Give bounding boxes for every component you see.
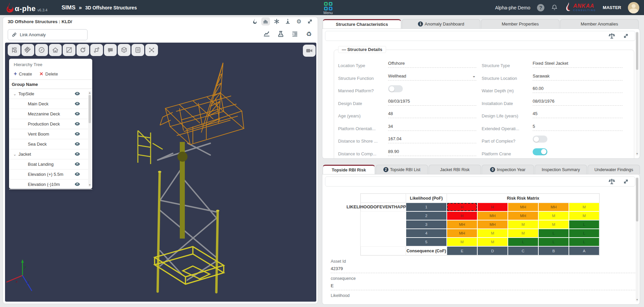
risk-cell-4-A[interactable]: L xyxy=(569,229,599,238)
risk-cell-4-E[interactable]: MH xyxy=(447,229,477,238)
eye-icon[interactable] xyxy=(74,172,80,176)
eye-icon[interactable] xyxy=(74,132,80,136)
eye-icon[interactable] xyxy=(74,152,80,156)
eye-icon[interactable] xyxy=(74,112,80,116)
part-of-complex-toggle[interactable] xyxy=(533,136,547,143)
tree-item-topside[interactable]: ⌄TopSide xyxy=(9,89,92,99)
tree-item-main-deck[interactable]: Main Deck xyxy=(9,99,92,109)
scroll-down-icon[interactable]: ▼ xyxy=(636,298,639,301)
chevron-down-icon[interactable]: ⌄ xyxy=(472,73,476,78)
breadcrumb-app[interactable]: SIMS xyxy=(61,4,75,11)
risk-cell-2-C[interactable]: MH xyxy=(508,211,538,220)
tree-item-vent-boom[interactable]: Vent Boom xyxy=(9,129,92,139)
members-button[interactable] xyxy=(21,44,34,56)
create-button[interactable]: + Create xyxy=(14,71,32,76)
eye-icon[interactable] xyxy=(74,162,80,166)
risk-cell-1-D[interactable]: H xyxy=(477,203,508,211)
caret-icon[interactable]: ⌄ xyxy=(13,152,18,157)
expand-icon[interactable] xyxy=(622,32,630,40)
risk-scroll-thumb[interactable] xyxy=(636,178,638,221)
tab-inspection-summary[interactable]: Inspection Summary xyxy=(535,165,587,174)
tab-topside-rbi-risk[interactable]: Topside RBI Risk xyxy=(323,165,375,174)
bell-icon[interactable] xyxy=(551,4,558,11)
help-icon[interactable]: ? xyxy=(537,4,544,11)
link-anomaly-button[interactable]: Link Anomaly xyxy=(8,29,88,40)
tree-scroll-thumb[interactable] xyxy=(89,95,91,123)
risk-cell-3-B[interactable]: M xyxy=(538,220,569,229)
nodes-button[interactable] xyxy=(145,44,158,56)
toc-icon[interactable] xyxy=(290,29,300,39)
recycle-icon[interactable]: ♻ xyxy=(304,29,314,39)
tree-item-elevation-10m[interactable]: Elevation (-)10m xyxy=(9,180,92,190)
list-button[interactable] xyxy=(131,44,144,56)
tab-structure-characteristics[interactable]: Structure Characteristics xyxy=(323,19,401,29)
viewer-3d-canvas[interactable]: y x z Hierarchy Tree + Create ✕ Delete xyxy=(5,43,316,302)
tab-inspection-year[interactable]: 0Inspection Year xyxy=(482,165,534,174)
eye-icon[interactable] xyxy=(74,102,80,106)
breadcrumb-page[interactable]: 3D Offshore Structures xyxy=(85,5,137,10)
risk-scrollbar[interactable]: ▼ xyxy=(636,177,639,302)
risk-cell-4-D[interactable]: M xyxy=(477,229,508,238)
home-button[interactable] xyxy=(49,44,62,56)
scroll-down-icon[interactable]: ▼ xyxy=(88,184,91,187)
eye-icon[interactable] xyxy=(74,92,80,96)
flask-icon[interactable] xyxy=(276,29,285,39)
field-value[interactable]: Wellhead xyxy=(388,73,406,79)
risk-cell-2-B[interactable]: M xyxy=(538,211,569,220)
transform-button[interactable] xyxy=(90,44,103,56)
tab-member-properties[interactable]: Member Properties xyxy=(481,19,559,29)
eye-icon[interactable] xyxy=(74,122,80,126)
manned-platform-toggle[interactable] xyxy=(388,85,403,92)
risk-cell-1-E[interactable]: H xyxy=(447,203,477,211)
tree-item-production-deck[interactable]: Production Deck xyxy=(9,119,92,129)
risk-cell-5-E[interactable]: M xyxy=(447,238,477,246)
tree-item-sea-deck[interactable]: Sea Deck xyxy=(9,139,92,149)
eye-icon[interactable] xyxy=(74,182,80,186)
tree-scrollbar[interactable]: ▲ ▼ xyxy=(88,91,91,187)
scroll-up-icon[interactable]: ▲ xyxy=(88,91,91,94)
hierarchy-button[interactable] xyxy=(8,44,20,56)
tab-member-anomalies[interactable]: Member Anomalies xyxy=(560,19,639,29)
scales-icon[interactable] xyxy=(607,32,616,40)
expand-icon[interactable] xyxy=(622,177,630,186)
section-plane-button[interactable] xyxy=(63,44,75,56)
gear-icon[interactable]: ⚙ xyxy=(294,17,303,25)
beacon-icon[interactable] xyxy=(283,17,292,25)
risk-cell-4-C[interactable]: M xyxy=(508,229,538,238)
tab-underwater-findings[interactable]: Underwater Findings xyxy=(588,165,640,174)
app-logo[interactable]: α-phe v6.3.4 xyxy=(5,2,47,13)
risk-cell-1-C[interactable]: MH xyxy=(508,203,538,211)
caret-icon[interactable]: ⌄ xyxy=(13,92,18,96)
risk-cell-5-C[interactable]: L xyxy=(508,238,538,246)
model-box-button[interactable] xyxy=(118,44,130,56)
risk-cell-2-A[interactable]: M xyxy=(569,211,599,220)
compass-button[interactable] xyxy=(35,44,48,56)
risk-cell-2-D[interactable]: MH xyxy=(477,211,508,220)
tree-item-mezzanine-deck[interactable]: Mezzanine Deck xyxy=(9,109,92,119)
characteristics-scroll-thumb[interactable] xyxy=(636,32,638,70)
risk-cell-5-B[interactable]: L xyxy=(538,238,569,246)
avatar[interactable] xyxy=(628,2,639,13)
camera-button[interactable] xyxy=(303,45,316,57)
rotate-button[interactable] xyxy=(76,44,89,56)
asterisk-icon[interactable] xyxy=(272,17,281,25)
eye-icon[interactable] xyxy=(74,142,80,146)
risk-cell-2-E[interactable]: H xyxy=(447,211,477,220)
scales-icon[interactable] xyxy=(607,177,616,186)
tab-jacket-rbi-risk[interactable]: Jacket RBI Risk xyxy=(429,165,481,174)
tree-item-jacket[interactable]: ⌄Jacket xyxy=(9,149,92,159)
platform-crane-toggle[interactable] xyxy=(533,148,547,155)
equalizer-icon[interactable] xyxy=(261,17,270,25)
risk-cell-5-A[interactable]: L xyxy=(569,238,599,246)
risk-cell-3-E[interactable]: MH xyxy=(447,220,477,229)
tab-topside-rbi-list[interactable]: 2Topside RBI List xyxy=(376,165,428,174)
risk-cell-1-B[interactable]: MH xyxy=(538,203,569,211)
risk-cell-5-D[interactable]: M xyxy=(477,238,508,246)
delete-button[interactable]: ✕ Delete xyxy=(39,71,58,76)
expand-icon[interactable] xyxy=(306,17,314,25)
risk-cell-4-B[interactable]: L xyxy=(538,229,569,238)
characteristics-scrollbar[interactable]: ▼ xyxy=(636,32,639,156)
menu-button[interactable]: Menu xyxy=(319,1,337,15)
risk-cell-3-D[interactable]: MH xyxy=(477,220,508,229)
tab-anomaly-dashboard[interactable]: 1Anomaly Dashboard xyxy=(402,19,480,29)
